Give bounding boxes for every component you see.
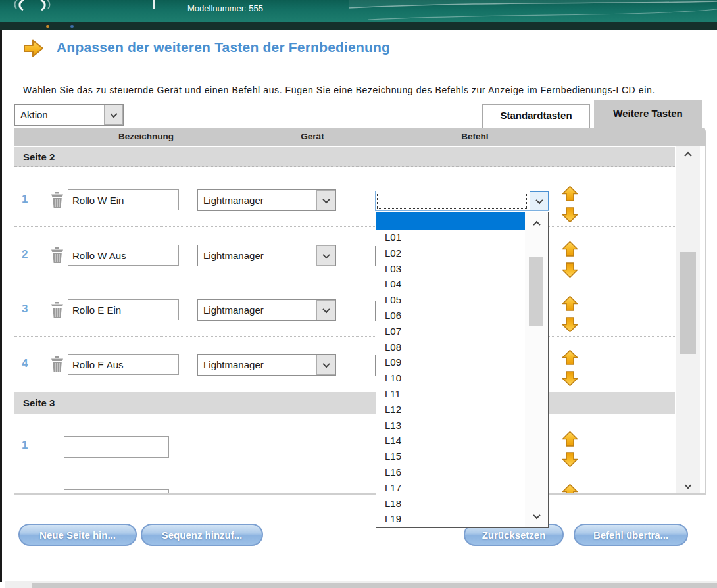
horizontal-scrollbar-thumb[interactable] xyxy=(32,583,717,588)
arrow-up-icon[interactable] xyxy=(561,483,579,495)
command-option[interactable]: L17 xyxy=(376,480,525,496)
arrow-down-icon[interactable] xyxy=(561,262,579,278)
chevron-down-icon xyxy=(316,245,335,266)
arrow-up-icon[interactable] xyxy=(561,349,579,366)
trash-icon[interactable] xyxy=(50,191,64,208)
command-option[interactable]: L03 xyxy=(376,261,525,277)
command-option[interactable]: L04 xyxy=(376,276,525,292)
command-option[interactable] xyxy=(376,212,525,230)
command-option[interactable]: L13 xyxy=(376,418,525,433)
command-option[interactable]: L12 xyxy=(376,402,525,418)
device-select[interactable]: Lightmanager xyxy=(197,299,336,321)
orange-arrow-icon xyxy=(22,38,45,59)
table-scrollbar[interactable] xyxy=(676,146,700,495)
section-header-seite3: Seite 3 xyxy=(14,392,675,414)
label-input[interactable] xyxy=(68,189,179,210)
app-header: Modellnummer: 555 xyxy=(0,0,717,22)
chevron-down-icon xyxy=(316,355,335,375)
command-option[interactable]: L09 xyxy=(376,355,525,370)
scrollbar-thumb[interactable] xyxy=(680,252,696,354)
tab-weitere-tasten[interactable]: Weitere Tasten xyxy=(594,100,702,128)
header-swoosh-decoration xyxy=(349,0,717,22)
dropdown-scrollbar[interactable] xyxy=(525,212,548,527)
scrollbar-thumb[interactable] xyxy=(529,257,543,326)
command-option-list: L01L02L03L04L05L06L07L08L09L10L11L12L13L… xyxy=(376,212,525,527)
label-input[interactable] xyxy=(68,354,179,375)
arrow-up-icon[interactable] xyxy=(561,431,579,447)
band-dot-blue xyxy=(70,25,74,28)
command-option[interactable]: L06 xyxy=(376,308,525,324)
app-window: Modellnummer: 555 Anpassen der weiteren … xyxy=(0,0,717,588)
action-select-value: Aktion xyxy=(15,109,104,120)
row-separator xyxy=(14,336,675,337)
command-option[interactable]: L08 xyxy=(376,339,525,355)
arrow-up-icon[interactable] xyxy=(561,185,579,202)
arrow-down-icon[interactable] xyxy=(561,316,579,333)
column-bezeichnung: Bezeichnung xyxy=(100,132,192,141)
arrow-up-icon[interactable] xyxy=(561,241,579,257)
app-logo xyxy=(14,0,67,11)
row-separator xyxy=(14,282,675,282)
command-option[interactable]: L18 xyxy=(376,496,525,512)
device-select[interactable]: Lightmanager xyxy=(197,245,336,266)
arrow-down-icon[interactable] xyxy=(561,370,579,387)
model-number-label: Modellnummer: 555 xyxy=(187,3,263,13)
row-number: 1 xyxy=(22,439,37,452)
chevron-down-icon xyxy=(316,300,335,320)
command-option[interactable]: L19 xyxy=(376,511,525,527)
action-select[interactable]: Aktion xyxy=(14,104,124,126)
row-separator xyxy=(14,226,675,227)
command-option[interactable]: L07 xyxy=(376,324,525,339)
device-select[interactable]: Lightmanager xyxy=(197,189,336,211)
scroll-down-icon[interactable] xyxy=(676,479,700,493)
command-option[interactable]: L10 xyxy=(376,370,525,386)
add-sequence-button[interactable]: Sequenz hinzuf... xyxy=(141,524,263,546)
row-number: 1 xyxy=(22,193,37,206)
label-input[interactable] xyxy=(68,245,179,266)
instruction-text: Wählen Sie das zu steuernde Gerät und ei… xyxy=(23,85,655,95)
label-input-partial[interactable] xyxy=(64,489,169,495)
command-option[interactable]: L15 xyxy=(376,449,525,464)
trash-icon[interactable] xyxy=(50,301,64,318)
transfer-command-button[interactable]: Befehl übertra... xyxy=(574,524,688,546)
trash-icon[interactable] xyxy=(50,356,64,373)
arrow-down-icon[interactable] xyxy=(561,207,579,223)
device-select[interactable]: Lightmanager xyxy=(197,354,336,376)
arrow-up-icon[interactable] xyxy=(561,295,579,312)
command-option[interactable]: L14 xyxy=(376,433,525,449)
chevron-down-icon xyxy=(104,105,123,125)
arrow-down-icon[interactable] xyxy=(561,451,579,468)
section-header-seite2: Seite 2 xyxy=(14,147,675,167)
table-body: Seite 2 1 Lightmanager 2 xyxy=(14,146,706,495)
trash-icon[interactable] xyxy=(50,247,64,264)
new-page-button[interactable]: Neue Seite hin... xyxy=(18,524,137,546)
scroll-up-icon[interactable] xyxy=(676,147,700,162)
scroll-up-icon[interactable] xyxy=(525,216,548,231)
window-left-edge xyxy=(0,30,2,582)
chevron-down-icon xyxy=(530,191,549,210)
command-option[interactable]: L05 xyxy=(376,292,525,308)
header-divider xyxy=(153,0,155,9)
heading-divider xyxy=(2,66,717,66)
column-geraet: Gerät xyxy=(283,132,342,141)
scroll-down-icon[interactable] xyxy=(525,509,548,524)
command-option[interactable]: L01 xyxy=(376,230,525,245)
label-input[interactable] xyxy=(64,436,169,458)
table-header: Bezeichnung Gerät Befehl xyxy=(14,128,706,146)
row-separator xyxy=(14,476,675,476)
horizontal-scrollbar[interactable] xyxy=(5,581,717,588)
command-select-open[interactable] xyxy=(375,191,549,211)
row-number: 2 xyxy=(22,248,37,261)
row-number: 3 xyxy=(22,303,37,316)
band-dot-orange xyxy=(46,25,49,28)
column-befehl: Befehl xyxy=(443,132,507,141)
command-dropdown-list: L01L02L03L04L05L06L07L08L09L10L11L12L13L… xyxy=(376,212,549,528)
command-option[interactable]: L16 xyxy=(376,464,525,480)
header-dark-band xyxy=(0,22,717,30)
command-option[interactable]: L02 xyxy=(376,245,525,261)
chevron-down-icon xyxy=(316,190,335,210)
row-number: 4 xyxy=(22,357,37,370)
command-option[interactable]: L11 xyxy=(376,386,525,402)
tab-standardtasten[interactable]: Standardtasten xyxy=(482,104,590,128)
label-input[interactable] xyxy=(68,299,179,320)
